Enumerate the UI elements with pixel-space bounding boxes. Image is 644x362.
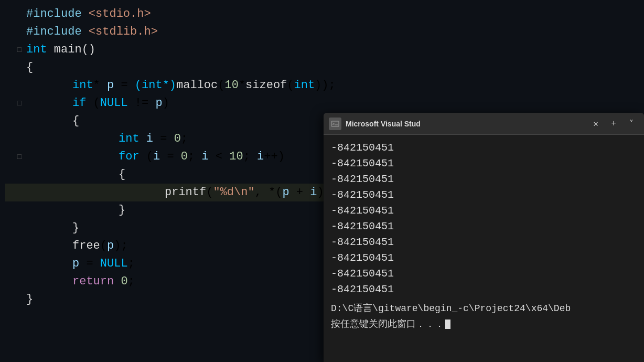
terminal-output-line: -842150451: [331, 219, 637, 235]
svg-rect-0: [331, 121, 339, 126]
fold-indicator[interactable]: □: [16, 94, 23, 112]
token: "%d\n": [213, 186, 254, 199]
token: int: [26, 43, 47, 56]
token: 10: [224, 79, 238, 92]
terminal-prompt: 按任意键关闭此窗口．．．: [331, 316, 637, 332]
token: <stdlib.h>: [89, 25, 158, 38]
token: {: [119, 168, 125, 181]
code-tokens: if (NULL != p): [72, 94, 169, 112]
code-tokens: #include <stdlib.h>: [26, 23, 158, 41]
terminal-app-icon: [329, 118, 341, 130]
code-tokens: int main(): [26, 41, 95, 59]
token: sizeof: [245, 79, 287, 92]
token: p: [107, 79, 114, 92]
token: (): [82, 43, 95, 56]
token: <stdio.h>: [89, 7, 151, 20]
token: i: [146, 132, 153, 145]
terminal-cursor: [445, 320, 450, 329]
terminal-output-line: -842150451: [331, 250, 637, 266]
token: {: [72, 114, 79, 127]
token: free: [72, 239, 100, 252]
code-line: □int main(): [5, 41, 644, 59]
terminal-title: Microsoft Visual Stud: [346, 120, 584, 128]
fold-indicator[interactable]: □: [16, 148, 23, 166]
token: NULL: [100, 97, 128, 110]
token: i: [201, 150, 208, 163]
token: p: [282, 186, 289, 199]
code-tokens: }: [119, 201, 125, 219]
code-tokens: for (i = 0; i < 10; i++): [119, 148, 285, 166]
code-tokens: {: [72, 112, 79, 130]
code-tokens: {: [26, 59, 33, 77]
new-tab-button[interactable]: +: [606, 116, 621, 131]
token: printf: [165, 186, 206, 199]
terminal-controls: ✕ + ˅: [588, 116, 639, 131]
terminal-output-line: -842150451: [331, 235, 637, 250]
terminal-body: -842150451-842150451-842150451-842150451…: [324, 135, 644, 362]
token: NULL: [100, 257, 128, 270]
token: i: [257, 150, 264, 163]
code-tokens: }: [26, 291, 33, 308]
token: malloc: [176, 79, 218, 92]
token: p: [155, 97, 162, 110]
token: 10: [229, 150, 243, 163]
terminal-output-line: -842150451: [331, 187, 637, 203]
token: for: [119, 150, 139, 163]
token: i: [153, 150, 160, 163]
token: if: [72, 97, 86, 110]
code-tokens: int i = 0;: [119, 130, 188, 148]
code-line: □if (NULL != p): [5, 94, 644, 112]
terminal-window[interactable]: Microsoft Visual Stud ✕ + ˅ -842150451-8…: [324, 113, 644, 362]
code-line: {: [5, 59, 644, 77]
token: return: [72, 275, 114, 288]
token: int: [72, 79, 93, 92]
token: int: [119, 132, 139, 145]
terminal-output-line: -842150451: [331, 282, 637, 297]
code-tokens: {: [119, 166, 125, 184]
token: int: [294, 79, 315, 92]
code-tokens: #include <stdio.h>: [26, 5, 151, 23]
token: 0: [181, 150, 188, 163]
terminal-output-line: -842150451: [331, 172, 637, 187]
code-tokens: }: [72, 219, 79, 237]
terminal-output-line: -842150451: [331, 203, 637, 219]
code-tokens: int* p = (int*)malloc(10*sizeof(int));: [72, 77, 336, 94]
token: }: [26, 293, 33, 306]
token: main: [54, 43, 82, 56]
terminal-output-line: -842150451: [331, 156, 637, 172]
token: }: [72, 221, 79, 235]
terminal-titlebar: Microsoft Visual Stud ✕ + ˅: [324, 113, 644, 135]
token: i: [310, 186, 317, 199]
code-line: #include <stdio.h>: [5, 5, 644, 23]
fold-indicator[interactable]: □: [16, 41, 23, 59]
token: #include: [26, 25, 82, 38]
terminal-output-line: -842150451: [331, 140, 637, 156]
token: {: [26, 61, 33, 74]
code-line: int* p = (int*)malloc(10*sizeof(int));: [5, 77, 644, 94]
token: 0: [121, 275, 127, 288]
chevron-down-button[interactable]: ˅: [624, 116, 639, 131]
token: (int*): [135, 79, 176, 92]
token: }: [119, 204, 125, 217]
token: p: [72, 257, 79, 270]
token: 0: [174, 132, 181, 145]
close-tab-button[interactable]: ✕: [588, 116, 603, 131]
terminal-output-line: -842150451: [331, 266, 637, 282]
code-line: #include <stdlib.h>: [5, 23, 644, 41]
code-tokens: free(p);: [72, 237, 128, 255]
code-tokens: p = NULL;: [72, 255, 135, 273]
token: #include: [26, 7, 82, 20]
code-tokens: printf("%d\n", *(p + i));: [165, 184, 338, 201]
token: p: [107, 239, 114, 252]
terminal-path: D:\C语言\gitware\begin_-c\Project24\x64\De…: [331, 301, 637, 316]
code-tokens: return 0;: [72, 273, 135, 291]
